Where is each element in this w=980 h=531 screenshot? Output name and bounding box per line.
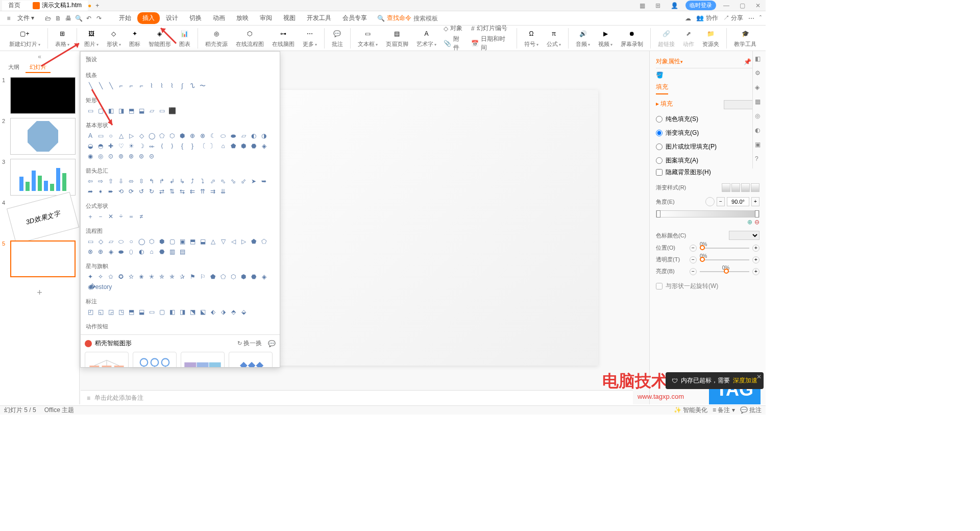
shape-option[interactable]: ➨ <box>106 187 115 196</box>
notification-link[interactable]: 深度加速 <box>733 376 757 385</box>
shape-option[interactable]: ⬔ <box>188 307 197 317</box>
shape-option[interactable]: ⇳ <box>137 177 146 186</box>
shape-option[interactable]: ⬟ <box>229 141 238 151</box>
shape-option[interactable]: ⬬ <box>229 131 238 140</box>
side-tool-2[interactable]: ⚙ <box>755 69 764 79</box>
radio-pattern-fill[interactable]: 图案填充(A) <box>656 155 760 166</box>
shape-option[interactable]: ⬟ <box>249 237 258 246</box>
grid-icon[interactable]: ▦ <box>636 2 648 9</box>
ribbon-audio[interactable]: 🔊音频 <box>573 28 593 48</box>
shape-option[interactable]: ⇉ <box>208 187 217 196</box>
shape-option[interactable]: ⬣ <box>157 247 166 256</box>
side-tool-3[interactable]: ◈ <box>755 84 764 93</box>
shape-option[interactable]: ⬒ <box>188 237 197 246</box>
shape-option[interactable]: ◐ <box>137 247 146 256</box>
maximize-button[interactable]: ▢ <box>737 2 748 9</box>
shape-option[interactable]: ⬓ <box>137 106 146 115</box>
shape-option[interactable]: ⬰ <box>147 141 156 151</box>
shape-option[interactable]: ⇇ <box>188 187 197 196</box>
check-hide-bg[interactable]: 隐藏背景图形(H) <box>656 166 760 178</box>
shape-option[interactable]: ⬯ <box>127 247 136 256</box>
shape-option[interactable]: ⇊ <box>218 187 228 196</box>
notification-close[interactable]: ✕ <box>756 373 762 380</box>
shape-option[interactable]: ⬓ <box>137 307 146 317</box>
shape-option[interactable]: ↳ <box>178 177 187 186</box>
shape-option[interactable]: ⬢ <box>239 272 248 281</box>
shape-option[interactable]: ⊗ <box>198 131 207 140</box>
shape-option[interactable]: ＋ <box>86 212 95 221</box>
ribbon-shapes[interactable]: ◇形状 <box>104 28 124 48</box>
side-tool-help[interactable]: ? <box>755 155 764 164</box>
outline-tab[interactable]: 大纲 <box>4 62 23 73</box>
cloud-icon[interactable]: ☁ <box>685 15 691 22</box>
ribbon-textbox[interactable]: ▭文本框 <box>355 28 381 48</box>
shape-option[interactable]: ◇ <box>137 131 146 140</box>
temp-login-badge[interactable]: 临时登录 <box>685 1 716 10</box>
shape-option[interactable]: ✩ <box>106 272 115 281</box>
shape-option[interactable]: ⬬ <box>116 247 126 256</box>
shape-option[interactable]: ⚑ <box>188 272 197 281</box>
refresh-smart-shapes[interactable]: ↻ 换一换 <box>237 339 262 348</box>
ribbon-picture[interactable]: 🖼图片 <box>81 28 102 48</box>
ribbon-action[interactable]: ⬈动作 <box>680 28 697 48</box>
shape-option[interactable]: ⬡ <box>147 237 156 246</box>
new-tab-button[interactable]: + <box>91 2 103 9</box>
shape-option[interactable]: ⬄ <box>127 177 136 186</box>
shape-option[interactable]: ⇈ <box>198 187 207 196</box>
shape-option[interactable]: ✰ <box>178 272 187 281</box>
shape-option[interactable]: ⬭ <box>116 237 126 246</box>
shape-option[interactable]: ▷ <box>239 237 248 246</box>
slide-thumb-5[interactable]: 5 <box>2 240 77 277</box>
export-icon[interactable]: 🗎 <box>54 14 63 23</box>
add-stop-icon[interactable]: ⊕ <box>747 219 752 226</box>
shape-option[interactable]: ⬖ <box>208 307 217 317</box>
shape-option[interactable]: ⬁ <box>218 177 228 186</box>
shape-option[interactable]: ⊕ <box>96 247 105 256</box>
shape-option[interactable]: ◈ <box>259 141 268 151</box>
shape-option[interactable]: ✬ <box>137 272 146 281</box>
shape-option[interactable]: ◈ <box>259 272 268 281</box>
shape-option[interactable]: ◯ <box>147 131 156 140</box>
shape-option[interactable]: ▱ <box>147 106 156 115</box>
radio-picture-fill[interactable]: 图片或纹理填充(P) <box>656 141 760 153</box>
shape-option[interactable]: ➥ <box>259 177 268 186</box>
ribbon-docer[interactable]: ◎稻壳资源 <box>202 28 231 48</box>
shape-option[interactable]: ⇄ <box>157 187 166 196</box>
shape-option[interactable]: ◐ <box>249 131 258 140</box>
command-search[interactable]: 🔍 查找命令 <box>377 14 454 22</box>
shape-option[interactable]: ✦ <box>86 272 95 281</box>
shape-option[interactable]: ⊚ <box>116 152 126 161</box>
shape-option[interactable]: ⌐ <box>137 81 146 90</box>
close-button[interactable]: ✕ <box>752 2 764 9</box>
shape-option[interactable]: ⬣ <box>249 141 258 151</box>
shape-option[interactable]: ◈ <box>106 247 115 256</box>
shape-option[interactable]: ◯ <box>137 237 146 246</box>
file-menu[interactable]: 文件 ▾ <box>14 14 37 22</box>
shape-option[interactable]: 〜 <box>198 81 207 90</box>
shape-option[interactable]: 〔 <box>198 141 207 151</box>
undo-icon[interactable]: ↶ <box>84 14 93 23</box>
smart-card-2[interactable] <box>133 352 177 368</box>
print-icon[interactable]: 🖶 <box>64 14 73 23</box>
shape-option[interactable]: ✕ <box>106 212 115 221</box>
shape-option[interactable]: A <box>86 131 95 140</box>
angle-dial[interactable] <box>705 197 715 206</box>
shape-option[interactable]: ◧ <box>167 307 177 317</box>
shape-option[interactable]: ◑ <box>259 131 268 140</box>
shape-option[interactable]: ＝ <box>127 212 136 221</box>
radio-gradient-fill[interactable]: 渐变填充(G) <box>656 127 760 139</box>
shape-option[interactable]: ⬡ <box>229 272 238 281</box>
shape-option[interactable]: ☾ <box>208 131 217 140</box>
ribbon-teaching[interactable]: 🎓教学工具 <box>731 28 760 48</box>
shape-option[interactable]: { <box>178 141 187 151</box>
brightness-minus[interactable]: − <box>690 268 697 275</box>
shape-option[interactable]: ⬀ <box>208 177 217 186</box>
shape-option[interactable]: ⊕ <box>188 131 197 140</box>
shape-option[interactable]: ◇ <box>96 237 105 246</box>
shape-option[interactable]: ⬕ <box>198 307 207 317</box>
ribbon-attachment[interactable]: 📎 附件 <box>442 34 467 53</box>
shape-option[interactable]: ⬒ <box>127 106 136 115</box>
shape-option[interactable]: ○ <box>106 131 115 140</box>
color-picker[interactable] <box>729 231 760 240</box>
shape-option[interactable]: ⬃ <box>239 177 248 186</box>
